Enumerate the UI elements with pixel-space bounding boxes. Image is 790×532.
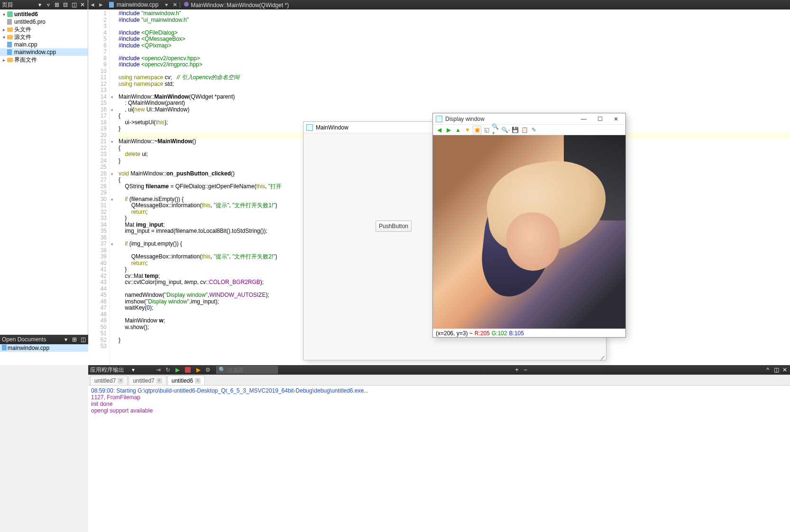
close-panel-icon[interactable]: ✕ xyxy=(79,1,86,8)
line-number: 47 xyxy=(88,305,107,312)
brush-icon[interactable]: ✎ xyxy=(530,126,538,134)
fold-icon[interactable]: ▾ xyxy=(109,139,113,144)
code-line[interactable]: using namespace cv; // 引入opencv的命名空间 xyxy=(119,74,790,81)
output-tab[interactable]: untitled6× xyxy=(167,376,205,385)
dropdown-icon[interactable]: ▾ xyxy=(130,367,137,373)
arrow-left-icon[interactable]: ◀ xyxy=(435,126,443,134)
code-line[interactable]: #include "mainwindow.h" xyxy=(119,10,790,17)
restart-icon[interactable]: ↻ xyxy=(164,366,172,374)
filter-field[interactable] xyxy=(228,367,276,373)
resize-grip-icon[interactable] xyxy=(599,353,605,359)
tree-label: 头文件 xyxy=(14,26,31,34)
editor-file-tab[interactable]: mainwindow.cpp xyxy=(105,0,162,9)
nav-back-icon[interactable]: ◄ xyxy=(89,1,96,9)
attach-icon[interactable]: ⇥ xyxy=(155,366,162,374)
zoom-region-icon[interactable]: ◱ xyxy=(482,126,491,134)
close-output-icon[interactable]: ✕ xyxy=(781,367,788,373)
maximize-button[interactable]: ☐ xyxy=(593,114,606,124)
tree-project-root[interactable]: ▾untitled6 xyxy=(0,10,88,18)
fold-icon[interactable]: ▾ xyxy=(109,197,113,202)
filter-icon[interactable]: ▿ xyxy=(45,1,52,8)
nav-forward-icon[interactable]: ► xyxy=(97,1,105,9)
run-icon[interactable]: ▶ xyxy=(174,366,181,374)
code-line[interactable] xyxy=(119,23,790,30)
arrow-down-icon[interactable]: ▼ xyxy=(463,126,472,134)
code-line[interactable]: #include <QMessageBox> xyxy=(119,36,790,43)
output-body[interactable]: 08:59:00: Starting G:\qtpro\build-untitl… xyxy=(88,385,790,532)
svg-rect-6 xyxy=(7,58,13,62)
code-line[interactable]: , ui(new Ui::MainWindow) xyxy=(119,107,790,113)
scroll-up-icon[interactable]: ^ xyxy=(764,367,771,373)
dropdown-icon[interactable]: ▾ xyxy=(63,336,69,343)
line-number: 16▾ xyxy=(88,107,107,113)
code-line[interactable]: #include <QPixmap> xyxy=(119,43,790,49)
tree-label: 源文件 xyxy=(14,33,31,41)
arrow-right-icon[interactable]: ▶ xyxy=(444,126,453,134)
close-tab-icon[interactable]: ✕ xyxy=(171,1,179,8)
clipboard-icon[interactable]: 📋 xyxy=(520,126,529,134)
line-number: 6 xyxy=(88,43,107,49)
zoom-in-icon[interactable]: 🔍+ xyxy=(492,126,500,134)
code-line[interactable]: #include "ui_mainwindow.h" xyxy=(119,17,790,24)
close-button[interactable]: ✕ xyxy=(609,114,623,124)
display-window[interactable]: Display window — ☐ ✕ ◀ ▶ ▲ ▼ ▣ ◱ 🔍+ 🔍- 💾… xyxy=(432,113,626,338)
save-icon[interactable]: 💾 xyxy=(511,126,519,134)
output-line: 08:59:00: Starting G:\qtpro\build-untitl… xyxy=(91,387,787,394)
code-line[interactable]: #include <QFileDialog> xyxy=(119,30,790,37)
method-icon xyxy=(184,1,189,7)
breadcrumb[interactable]: MainWindow::MainWindow(QWidget *) xyxy=(181,1,292,9)
code-line[interactable]: #include <opencv2/imgproc.hpp> xyxy=(119,62,790,68)
split-icon[interactable]: ◫ xyxy=(71,1,77,8)
code-line[interactable] xyxy=(119,87,790,94)
open-document-item[interactable]: mainwindow.cpp xyxy=(0,344,88,352)
sync-icon[interactable]: ⊟ xyxy=(62,1,69,8)
push-button[interactable]: PushButton xyxy=(376,220,412,232)
tree-main-cpp[interactable]: main.cpp xyxy=(0,41,88,48)
project-panel-header: 页目 ▾ ▿ ⊞ ⊟ ◫ ✕ xyxy=(0,0,88,9)
line-number: 17 xyxy=(88,113,107,119)
tree-pro-file[interactable]: untitled6.pro xyxy=(0,18,88,26)
build-icon[interactable]: ▶ xyxy=(194,366,202,374)
tree-sources-folder[interactable]: ▾源文件 xyxy=(0,33,88,41)
close-tab-icon[interactable]: × xyxy=(195,378,201,384)
close-tab-icon[interactable]: × xyxy=(156,378,162,384)
close-panel-icon[interactable]: ◫ xyxy=(80,336,86,343)
code-line[interactable]: : QMainWindow(parent) xyxy=(119,100,790,107)
code-line[interactable] xyxy=(119,49,790,55)
code-line[interactable] xyxy=(119,68,790,75)
fold-icon[interactable]: ▾ xyxy=(109,94,113,99)
close-tab-icon[interactable]: × xyxy=(118,378,123,384)
display-window-titlebar[interactable]: Display window — ☐ ✕ xyxy=(433,113,625,125)
code-line[interactable]: using namespace std; xyxy=(119,81,790,88)
maximize-icon[interactable]: ◫ xyxy=(773,367,780,373)
settings-icon[interactable]: ⚙ xyxy=(204,366,211,374)
tree-headers-folder[interactable]: ▸头文件 xyxy=(0,26,88,33)
push-button-label: PushButton xyxy=(379,223,408,229)
minimize-button[interactable]: — xyxy=(577,114,590,124)
tab-history-icon[interactable]: ▾ xyxy=(163,1,170,9)
link-icon[interactable]: ⊞ xyxy=(54,1,60,8)
arrow-up-icon[interactable]: ▲ xyxy=(454,126,462,134)
image-icon[interactable]: ▣ xyxy=(473,126,481,134)
code-line[interactable]: #include <opencv2/opencv.hpp> xyxy=(119,55,790,62)
output-filter-input[interactable]: 🔍 xyxy=(216,366,278,374)
code-line[interactable]: MainWindow::MainWindow(QWidget *parent) xyxy=(119,94,790,101)
split-icon[interactable]: ⊞ xyxy=(71,336,78,343)
remove-icon[interactable]: − xyxy=(522,367,529,373)
dropdown-icon[interactable]: ▾ xyxy=(37,1,43,8)
fold-icon[interactable]: ▾ xyxy=(109,241,113,246)
tree-forms-folder[interactable]: ▸界面文件 xyxy=(0,56,88,64)
stop-icon[interactable] xyxy=(185,367,191,373)
output-tab[interactable]: untitled7× xyxy=(129,376,166,385)
line-number: 37▾ xyxy=(88,241,107,248)
fold-icon[interactable]: ▾ xyxy=(109,107,113,112)
output-tab[interactable]: untitled7× xyxy=(90,376,128,385)
svg-rect-0 xyxy=(7,11,13,17)
add-icon[interactable]: + xyxy=(514,367,520,373)
window-icon xyxy=(436,116,442,122)
tree-label: untitled6 xyxy=(14,11,38,18)
tree-mainwindow-cpp[interactable]: mainwindow.cpp xyxy=(0,48,88,56)
line-number: 38 xyxy=(88,248,107,254)
fold-icon[interactable]: ▾ xyxy=(109,171,113,176)
zoom-out-icon[interactable]: 🔍- xyxy=(501,126,510,134)
